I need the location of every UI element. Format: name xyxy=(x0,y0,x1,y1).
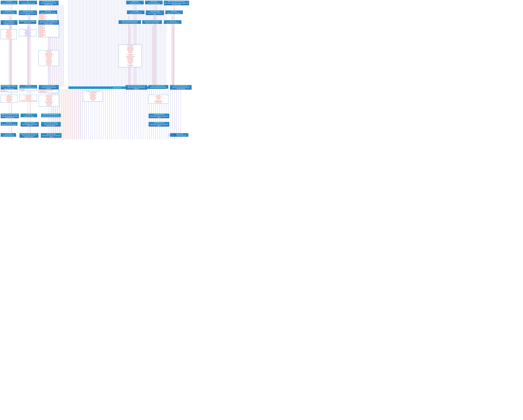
legend: Existing Planned xyxy=(168,134,177,136)
node-county-maint-shops: County and Municipal Maintenance S Count… xyxy=(170,85,192,90)
node-idaho-511: Idaho Transportation Department - D3 Ida… xyxy=(1,85,17,92)
node-itd-field-equip: Idaho Communications Department - D3 Ida… xyxy=(126,85,147,90)
node-header-org: Boise Airport xyxy=(6,1,12,2)
node-regional-fare-payment: Treasure Valley Farm Management A Region… xyxy=(142,20,162,24)
node-boise-connectivity: Boise Transportation Boise Connectivity … xyxy=(1,20,17,25)
node-itd-tmc: ITD ITD Traffic Management Center xyxy=(19,1,37,4)
node-capital-city-parking: Capital City Development Corporation Cap… xyxy=(1,114,19,118)
node-achd-field-equip: Ada County Highway District Ada County H… xyxy=(39,85,59,93)
node-boise-airport-field: Boise Airport Boise Airport Field Equipm… xyxy=(165,10,183,14)
legend-existing: Existing xyxy=(168,134,177,135)
node-caldwell-signal-lab: City of Caldwell Caldwell Traffic Signal… xyxy=(145,1,163,4)
legend-planned: Planned xyxy=(168,135,177,136)
node-right-mid-1: • archive data request • archive data • … xyxy=(119,45,142,67)
node-left-mid-2: • archive data request • archive data • … xyxy=(19,29,36,36)
node-nampa-signal-shop: City of Nampa Nampa Traffic Signal Shop xyxy=(127,10,144,14)
node-caldwell-field: City of Caldwell Caldwell Field Equipmen… xyxy=(1,133,16,137)
node-data-flow-mid-left: • traffic archive data • archive data re… xyxy=(20,95,37,102)
node-archived-data-users: ArcInfo Data Users Archived Data User Sy… xyxy=(1,10,17,14)
node-valley-transit-traveler: Valley Regional Transit Valley Regional … xyxy=(41,133,62,138)
node-caldwell-district: Caldwell District Caldwell District Offi… xyxy=(126,1,144,4)
node-header-name: Boise Airport Management Center xyxy=(2,3,16,4)
node-itd-d3-maintenance: Idaho Transportation Organization - D3 I… xyxy=(38,20,59,37)
node-treasure-transit-traveler: Treasure County Transit District Treasur… xyxy=(41,122,61,127)
node-valley-transit-asset-mgmt: Valley Regional Transit Valley Regional … xyxy=(149,114,169,118)
node-boise-airport-parking: Boise Airport Boise Airport Parking Mana… xyxy=(20,85,37,91)
node-data-flow-mid: • traffic archive data • archive data re… xyxy=(39,95,59,107)
node-county-traveler-info: County and Municipal Transit System Coun… xyxy=(20,133,38,138)
node-boise-parking: City of Boise Boise Parking Management xyxy=(164,20,181,24)
legend-existing-label: Existing xyxy=(173,134,176,135)
node-nampa-field-equip: City of Nampa Nampa Field Equipment xyxy=(21,114,37,117)
connection-lines xyxy=(0,0,523,420)
node-achd-traffic: Ada County Highway District Ada County H… xyxy=(39,1,59,5)
node-valley-transit-share: Valley Regional Transit Valley Regional … xyxy=(149,122,169,127)
node-idaho-transport-reimb: Idaho - Transportation Reimbursement Ida… xyxy=(164,1,189,5)
legend-planned-label: Planned xyxy=(173,135,177,136)
node-data-flow-far-right: • traffic data • archive data request • … xyxy=(148,95,168,104)
node-transport-event-clearinghouse: Western Valley Regional Management Trans… xyxy=(119,20,141,24)
center-bar-label: Agency Data Mart xyxy=(113,87,121,88)
node-center-mid-1: • archive data request • archive data • … xyxy=(38,50,59,66)
node-gbtac: Treasure Valley Transit Management GBTAC… xyxy=(19,20,36,24)
node-data-flow-right: • data collection and monitoring system … xyxy=(83,91,103,102)
diagram-container: Boise Airport Boise Airport Management C… xyxy=(0,0,523,420)
node-boise-airport-mgmt: Boise Airport Boise Airport Management C… xyxy=(1,1,17,4)
node-sw-regional-archive: Transportation Regional Southwest Region… xyxy=(21,122,39,127)
node-left-mid-1: • archive request • archive data • traff… xyxy=(1,29,17,39)
node-community-roadway: Boise County Highway District Community … xyxy=(148,85,168,89)
node-valley-regional-transit-dispatch: Valley Regional Transit Valley Regional … xyxy=(19,10,37,15)
node-boise-airport-info: Boise Airport Boise Airport Information … xyxy=(1,122,17,126)
node-third-party-data: Third Party Transportation Data Prov Thi… xyxy=(41,114,61,117)
node-tvt-dispatch: Treasure Valley Transit Treasure Valley … xyxy=(146,10,164,15)
node-data-flow-left: • archive data • archive data request • … xyxy=(1,95,17,103)
